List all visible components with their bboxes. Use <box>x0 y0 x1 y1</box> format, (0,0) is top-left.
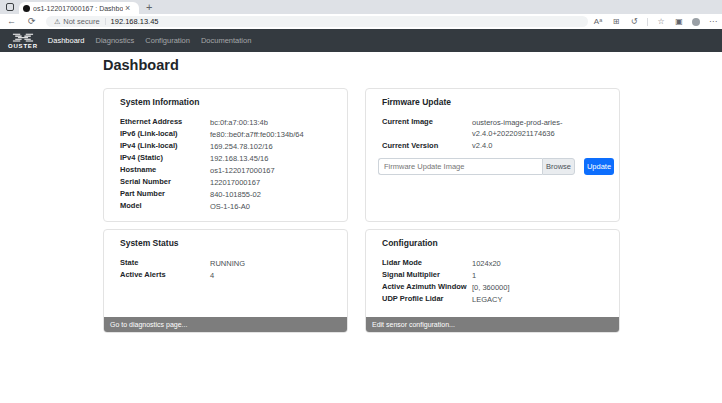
info-row-hostname: Hostname os1-122017000167 <box>120 164 339 176</box>
info-row-model: Model OS-1-16-A0 <box>120 200 339 212</box>
configuration-card: Configuration Lidar Mode 1024x20 Signal … <box>365 229 620 333</box>
browser-tab-strip: os1-122017000167 : Dashboard × + <box>0 0 722 14</box>
system-status-card: System Status State RUNNING Active Alert… <box>103 229 348 333</box>
browser-toolbar: ← ⟳ ⚠ Not secure 192.168.13.45 Aᵃ ⊞ ↺ ☆ … <box>0 14 722 29</box>
read-aloud-icon[interactable]: Aᵃ <box>593 14 603 29</box>
address-bar[interactable]: ⚠ Not secure 192.168.13.45 <box>46 16 588 27</box>
nav-item-diagnostics[interactable]: Diagnostics <box>96 36 135 45</box>
tab-actions-icon[interactable] <box>6 3 14 11</box>
nav-item-dashboard[interactable]: Dashboard <box>48 36 85 45</box>
info-row-part: Part Number 840-101855-02 <box>120 188 339 200</box>
browse-button[interactable]: Browse <box>542 158 575 175</box>
ouster-logo-icon <box>12 33 34 42</box>
tab-close-icon[interactable]: × <box>125 3 130 13</box>
firmware-row-current-image: Current Image ousteros-image-prod-aries-… <box>382 116 611 139</box>
toolbar-right-icons: Aᵃ ⊞ ↺ ☆ ▣ ⋯ <box>593 14 718 29</box>
tab-title: os1-122017000167 : Dashboard <box>33 5 123 12</box>
browser-tab[interactable]: os1-122017000167 : Dashboard × <box>19 2 139 14</box>
collections-icon[interactable]: ▣ <box>674 14 684 29</box>
firmware-rows: Current Image ousteros-image-prod-aries-… <box>382 116 611 152</box>
status-row-state: State RUNNING <box>120 257 339 269</box>
back-icon[interactable]: ← <box>7 14 16 29</box>
more-menu-icon[interactable]: ⋯ <box>708 14 718 29</box>
toolbar-separator <box>647 18 648 26</box>
system-status-rows: State RUNNING Active Alerts 4 <box>120 257 339 281</box>
diagnostics-page-link[interactable]: Go to diagnostics page... <box>104 317 347 332</box>
config-row-signal-multiplier: Signal Multiplier 1 <box>382 269 611 281</box>
info-row-ethernet: Ethernet Address bc:0f:a7:00:13:4b <box>120 116 339 128</box>
nav-item-documentation[interactable]: Documentation <box>201 36 251 45</box>
info-row-ipv4-static: IPv4 (Static) 192.168.13.45/16 <box>120 152 339 164</box>
refresh-icon[interactable]: ⟳ <box>28 14 36 29</box>
config-row-lidar-mode: Lidar Mode 1024x20 <box>382 257 611 269</box>
nav-item-configuration[interactable]: Configuration <box>145 36 190 45</box>
firmware-update-card: Firmware Update Current Image ousteros-i… <box>365 88 620 222</box>
nav-links: Dashboard Diagnostics Configuration Docu… <box>48 36 252 45</box>
history-icon[interactable]: ↺ <box>629 14 639 29</box>
profile-avatar[interactable] <box>692 18 700 26</box>
split-screen-icon[interactable]: ⊞ <box>611 14 621 29</box>
card-title: Firmware Update <box>382 97 451 107</box>
ouster-logo[interactable]: OUSTER <box>8 33 38 49</box>
brand-name: OUSTER <box>8 43 38 49</box>
app-navbar: OUSTER Dashboard Diagnostics Configurati… <box>0 29 722 52</box>
update-button[interactable]: Update <box>584 158 614 175</box>
config-row-udp-profile: UDP Profile Lidar LEGACY <box>382 293 611 305</box>
card-title: System Information <box>120 97 199 107</box>
address-divider <box>105 18 106 25</box>
page-title: Dashboard <box>103 57 179 73</box>
card-title: Configuration <box>382 238 438 248</box>
info-row-ipv4-ll: IPv4 (Link-local) 169.254.78.102/16 <box>120 140 339 152</box>
new-tab-button[interactable]: + <box>146 0 152 14</box>
edit-configuration-link[interactable]: Edit sensor configuration... <box>366 317 619 332</box>
config-row-azimuth-window: Active Azimuth Window [0, 360000] <box>382 281 611 293</box>
info-row-serial: Serial Number 122017000167 <box>120 176 339 188</box>
url-text: 192.168.13.45 <box>111 17 159 26</box>
info-row-ipv6: IPv6 (Link-local) fe80::be0f:a7ff:fe00:1… <box>120 128 339 140</box>
firmware-row-current-version: Current Version v2.4.0 <box>382 140 611 152</box>
card-title: System Status <box>120 238 179 248</box>
tab-favicon <box>23 5 30 12</box>
not-secure-warning-icon[interactable]: ⚠ <box>54 16 60 27</box>
firmware-image-input[interactable] <box>378 158 542 175</box>
firmware-file-group: Browse <box>378 158 575 175</box>
configuration-rows: Lidar Mode 1024x20 Signal Multiplier 1 A… <box>382 257 611 305</box>
system-information-rows: Ethernet Address bc:0f:a7:00:13:4b IPv6 … <box>120 116 339 212</box>
system-information-card: System Information Ethernet Address bc:0… <box>103 88 348 222</box>
favorites-icon[interactable]: ☆ <box>656 14 666 29</box>
status-row-alerts: Active Alerts 4 <box>120 269 339 281</box>
security-label: Not secure <box>63 17 99 26</box>
